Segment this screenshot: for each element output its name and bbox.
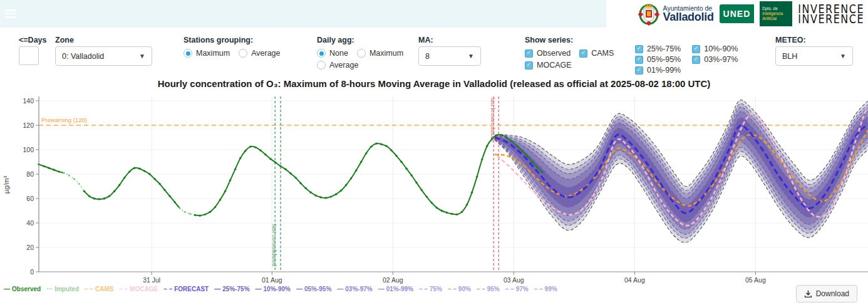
x-tick-label: 04 Aug (624, 276, 645, 284)
logo-panel: Ayuntamiento de Valladolid UNED Dpto. de… (606, 0, 868, 28)
legend-label: 05%-95% (304, 286, 331, 292)
checkbox-icon[interactable] (635, 45, 643, 53)
stations-grouping-maximum-label: Maximum (196, 49, 230, 58)
show-series-observed-label: Observed (537, 49, 571, 58)
y-tick-label: 40 (26, 219, 34, 227)
daily-agg-none[interactable]: None (317, 48, 348, 58)
checkbox-icon[interactable] (525, 61, 533, 70)
percentile-01-99[interactable]: 01%-99% (635, 65, 681, 75)
dpto-inteligencia-artificial-logo: Dpto. de Inteligencia Artificial (760, 1, 792, 26)
checkbox-icon[interactable] (579, 49, 587, 58)
legend-marker: – – (534, 286, 543, 292)
zone-select[interactable]: 0: Valladolid ▼ (55, 46, 152, 66)
legend-item-05-95-: —05%-95% (296, 286, 331, 292)
stations-grouping-maximum[interactable]: Maximum (183, 48, 230, 58)
prewarning-label: Prewarning (120) (41, 116, 87, 123)
daily-agg-average-label: Average (329, 61, 358, 70)
legend-item-forecast: – –FORECAST (163, 286, 209, 292)
legend-marker: — (4, 286, 10, 292)
legend-item-10-90-: —10%-90% (256, 286, 291, 292)
legend-item-observed: —Observed (4, 286, 41, 292)
checkbox-icon[interactable] (525, 49, 533, 58)
x-tick-label: 01 Aug (262, 276, 282, 284)
legend-marker: – – (163, 286, 172, 292)
percentile-10-90-label: 10%-90% (704, 44, 738, 53)
y-tick-label: 20 (26, 244, 34, 251)
legend-marker: – – (448, 286, 457, 292)
legend-marker: – – (85, 286, 93, 292)
radio-icon[interactable] (239, 49, 247, 58)
legend-label: FORECAST (174, 286, 209, 292)
legend-item-75-: – –75% (419, 286, 442, 292)
show-series-cams[interactable]: CAMS (579, 48, 614, 58)
y-tick-label: 100 (23, 146, 34, 153)
valladolid-shield-icon (638, 1, 659, 26)
last-consolidated-marker-label: last consolidated (271, 224, 277, 266)
y-tick-label: 120 (23, 121, 34, 129)
x-tick-label: 05 Aug (745, 276, 766, 284)
uned-logo: UNED (720, 4, 755, 23)
show-series-mocage-label: MOCAGE (537, 61, 572, 70)
zone-select-value: 0: Valladolid (62, 52, 134, 61)
show-series-checkboxes: ObservedCAMSMOCAGE (525, 48, 625, 70)
percentile-05-95[interactable]: 05%-95% (635, 54, 681, 65)
chevron-down-icon: ▼ (840, 53, 846, 59)
days-input[interactable] (19, 46, 39, 65)
stations-grouping-average-label: Average (251, 49, 280, 58)
legend-item-95-: – –95% (477, 286, 500, 292)
legend-item-97-: – –97% (505, 286, 529, 292)
last-consolidated-marker: last consolidated (271, 96, 281, 272)
legend-marker: — (296, 286, 302, 292)
percentile-10-90[interactable]: 10%-90% (692, 44, 738, 54)
x-tick-label: 31 Jul (143, 276, 160, 284)
hamburger-menu-icon[interactable] (5, 9, 16, 18)
legend-label: Observed (12, 286, 41, 292)
radio-icon[interactable] (183, 49, 192, 58)
show-series-observed[interactable]: Observed (525, 48, 571, 58)
stations-grouping-radios: MaximumAverage (183, 48, 315, 58)
legend-label: 97% (516, 286, 529, 292)
x-tick-label: 03 Aug (504, 276, 524, 284)
stations-grouping-average[interactable]: Average (239, 48, 280, 58)
legend-marker: – – (505, 286, 514, 292)
y-tick-label: 0 (30, 268, 34, 276)
zone-label: Zone (55, 36, 74, 44)
legend-marker: – – (419, 286, 428, 292)
legend-marker: ··· (46, 286, 53, 292)
checkbox-icon[interactable] (692, 56, 700, 64)
show-series-label: Show series: (525, 36, 573, 44)
radio-icon[interactable] (317, 49, 326, 58)
percentile-checkboxes: 25%-75%05%-95%01%-99%10%-90%03%-97% (635, 44, 738, 75)
percentile-01-99-label: 01%-99% (647, 66, 681, 75)
last-known-datum-marker-label: last known datum (490, 98, 496, 142)
meteo-select[interactable]: BLH ▼ (775, 46, 853, 66)
legend-item-cams: – –CAMS (85, 286, 113, 292)
show-series-mocage[interactable]: MOCAGE (525, 60, 572, 70)
percentile-03-97-label: 03%-97% (704, 55, 738, 64)
legend-marker: — (256, 286, 262, 292)
meteo-select-value: BLH (782, 52, 835, 61)
o3-forecast-chart[interactable]: Prewarning (120)last consolidatedlast kn… (0, 91, 868, 286)
daily-agg-none-label: None (329, 49, 348, 58)
days-label: <=Days (19, 36, 46, 44)
ma-select-value: 8 (425, 52, 463, 61)
daily-agg-maximum[interactable]: Maximum (357, 48, 403, 58)
ma-select[interactable]: 8 ▼ (418, 46, 481, 66)
percentile-03-97[interactable]: 03%-97% (692, 54, 738, 65)
checkbox-icon[interactable] (635, 66, 643, 75)
daily-agg-average[interactable]: Average (317, 60, 358, 70)
y-tick-label: 140 (23, 97, 34, 105)
legend-label: 90% (458, 286, 471, 292)
download-button[interactable]: Download (796, 285, 857, 302)
checkbox-icon[interactable] (692, 45, 700, 53)
legend-item-25-75-: —25%-75% (214, 286, 249, 292)
radio-icon[interactable] (357, 49, 366, 58)
legend-item-imputed: ···Imputed (46, 286, 79, 292)
ma-label: MA: (418, 36, 433, 44)
ayuntamiento-line2: Valladolid (663, 11, 714, 23)
daily-agg-radios: NoneMaximumAverage (317, 48, 425, 70)
legend-label: MOCAGE (130, 286, 158, 292)
percentile-25-75[interactable]: 25%-75% (635, 44, 681, 54)
checkbox-icon[interactable] (635, 56, 643, 64)
radio-icon[interactable] (317, 61, 326, 70)
